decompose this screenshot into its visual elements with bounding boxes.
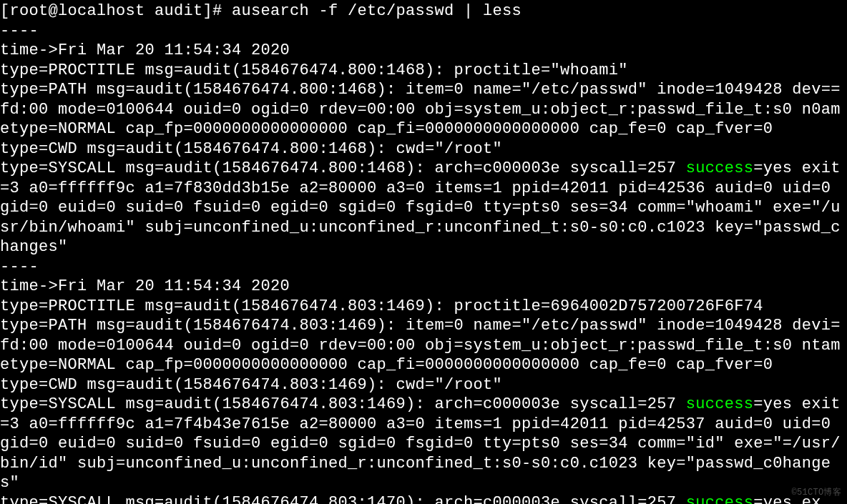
separator: ---- [0, 257, 847, 277]
syscall-success: success [686, 395, 754, 413]
audit-proctitle: type=PROCTITLE msg=audit(1584676474.800:… [0, 61, 847, 81]
command-line: [root@localhost audit]# ausearch -f /etc… [0, 1, 847, 21]
syscall-success: success [686, 494, 754, 505]
audit-syscall-partial: type=SYSCALL msg=audit(1584676474.803:14… [0, 493, 847, 505]
audit-time: time->Fri Mar 20 11:54:34 2020 [0, 277, 847, 297]
syscall-pre: type=SYSCALL msg=audit(1584676474.803:14… [0, 395, 686, 413]
audit-proctitle: type=PROCTITLE msg=audit(1584676474.803:… [0, 297, 847, 317]
syscall-success: success [686, 159, 754, 177]
audit-cwd: type=CWD msg=audit(1584676474.800:1468):… [0, 139, 847, 159]
syscall-pre: type=SYSCALL msg=audit(1584676474.803:14… [0, 494, 686, 505]
audit-syscall: type=SYSCALL msg=audit(1584676474.803:14… [0, 395, 847, 493]
syscall-pre: type=SYSCALL msg=audit(1584676474.800:14… [0, 159, 686, 177]
command-text: ausearch -f /etc/passwd | less [232, 2, 522, 20]
separator: ---- [0, 21, 847, 41]
audit-syscall: type=SYSCALL msg=audit(1584676474.800:14… [0, 159, 847, 257]
shell-prompt: [root@localhost audit]# [0, 2, 232, 20]
audit-path: type=PATH msg=audit(1584676474.800:1468)… [0, 80, 847, 139]
audit-cwd: type=CWD msg=audit(1584676474.803:1469):… [0, 375, 847, 395]
terminal-output[interactable]: [root@localhost audit]# ausearch -f /etc… [0, 0, 847, 504]
watermark: ©51CTO博客 [791, 488, 841, 498]
audit-path: type=PATH msg=audit(1584676474.803:1469)… [0, 316, 847, 375]
audit-time: time->Fri Mar 20 11:54:34 2020 [0, 41, 847, 61]
